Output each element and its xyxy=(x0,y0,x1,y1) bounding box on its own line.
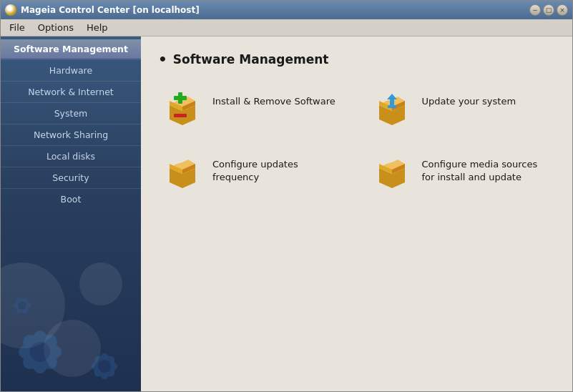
install-remove-label: Install & Remove Software xyxy=(212,89,336,108)
window-title: Mageia Control Center [on localhost] xyxy=(21,5,200,15)
content-area: Software Management xyxy=(141,36,572,391)
menu-file[interactable]: File xyxy=(4,21,31,34)
sidebar-item-security[interactable]: Security xyxy=(1,168,141,187)
maximize-button[interactable]: □ xyxy=(543,4,554,16)
nav-separator-4 xyxy=(1,124,141,124)
configure-updates-item[interactable]: Configure updates frequency xyxy=(158,148,346,197)
svg-rect-30 xyxy=(388,105,396,108)
app-icon xyxy=(5,4,16,16)
main-window: Mageia Control Center [on localhost] − □… xyxy=(0,0,573,392)
main-layout: Software Management Hardware Network & I… xyxy=(1,36,572,391)
sidebar-item-local-disks[interactable]: Local disks xyxy=(1,147,141,166)
minimize-button[interactable]: − xyxy=(529,4,541,16)
close-button[interactable]: × xyxy=(557,4,568,16)
title-bar: Mageia Control Center [on localhost] − □… xyxy=(1,1,572,19)
menu-bar: File Options Help xyxy=(1,19,572,36)
update-system-item[interactable]: Update your system xyxy=(368,85,556,134)
configure-media-item[interactable]: Configure media sources for install and … xyxy=(368,148,556,197)
package-frequency-icon xyxy=(162,152,202,192)
package-media-icon xyxy=(372,152,412,192)
sidebar-item-software-management[interactable]: Software Management xyxy=(1,39,141,59)
nav-separator-7 xyxy=(1,188,141,189)
svg-rect-21 xyxy=(174,96,187,100)
package-update-icon xyxy=(372,89,412,129)
sidebar-item-hardware[interactable]: Hardware xyxy=(1,61,141,80)
configure-media-label: Configure media sources for install and … xyxy=(422,152,552,184)
sidebar-item-network-sharing[interactable]: Network Sharing xyxy=(1,125,141,144)
update-system-label: Update your system xyxy=(422,89,516,108)
sidebar-item-boot[interactable]: Boot xyxy=(1,190,141,209)
configure-updates-label: Configure updates frequency xyxy=(212,152,342,184)
svg-rect-22 xyxy=(174,114,187,117)
window-controls: − □ × xyxy=(529,4,568,16)
sidebar: Software Management Hardware Network & I… xyxy=(1,36,141,391)
nav-separator-6 xyxy=(1,167,141,167)
install-remove-item[interactable]: Install & Remove Software xyxy=(158,85,346,134)
nav-separator-5 xyxy=(1,145,141,146)
menu-help[interactable]: Help xyxy=(81,21,114,34)
nav-separator-2 xyxy=(1,81,141,82)
nav-separator-1 xyxy=(1,59,141,60)
menu-options[interactable]: Options xyxy=(32,21,79,34)
sidebar-nav: Software Management Hardware Network & I… xyxy=(1,39,141,391)
title-bar-left: Mageia Control Center [on localhost] xyxy=(5,4,200,16)
package-add-icon xyxy=(162,89,202,129)
sidebar-item-system[interactable]: System xyxy=(1,104,141,123)
sidebar-item-network-internet[interactable]: Network & Internet xyxy=(1,82,141,102)
nav-separator-3 xyxy=(1,102,141,103)
section-title: Software Management xyxy=(158,51,555,68)
items-grid: Install & Remove Software xyxy=(158,85,555,197)
